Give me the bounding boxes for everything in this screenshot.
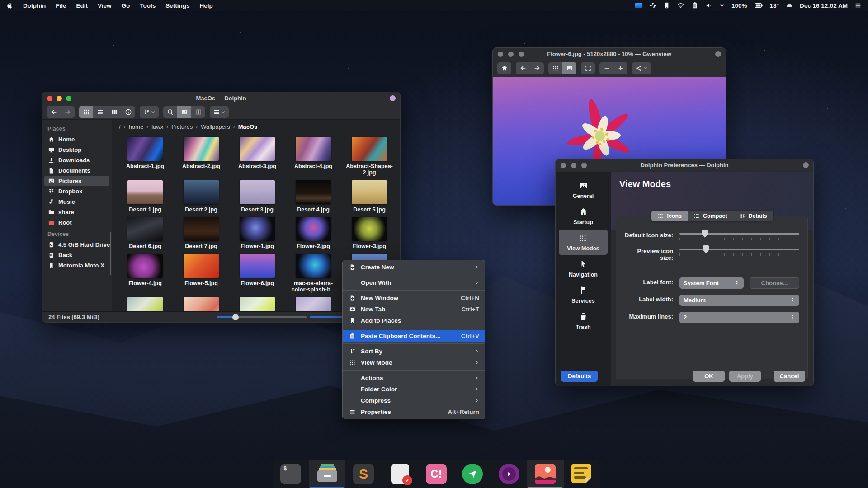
clock[interactable]: Dec 16 12:02 AM: [800, 2, 848, 9]
toolbar-button-share[interactable]: [632, 62, 651, 74]
toolbar-button-home[interactable]: [497, 62, 511, 74]
dolphin-titlebar[interactable]: MacOs — Dolphin: [42, 92, 400, 104]
dock-item-telegram[interactable]: [454, 460, 491, 488]
toolbar-button-fullscreen[interactable]: [581, 62, 595, 74]
zoom-slider-handle[interactable]: [232, 314, 239, 320]
app-menu-title[interactable]: Dolphin: [23, 2, 46, 9]
file-item[interactable]: Abstract-3.jpg: [229, 137, 285, 180]
file-item[interactable]: [285, 297, 341, 311]
file-item[interactable]: [117, 297, 173, 311]
display-tray-icon[interactable]: [635, 3, 642, 8]
toolbar-button-minus[interactable]: [599, 62, 613, 74]
place-dropbox[interactable]: Dropbox: [44, 186, 109, 197]
dock-item-sublime-text[interactable]: S: [345, 460, 382, 488]
file-item[interactable]: Abstract-4.jpg: [285, 137, 341, 180]
toolbar-button-arrow-left[interactable]: [47, 106, 61, 118]
kdeconnect-icon[interactable]: [649, 2, 656, 9]
minimize-button[interactable]: [57, 96, 62, 101]
sidebar-scrollbar[interactable]: [110, 232, 111, 275]
breadcrumb-segment[interactable]: /: [119, 123, 121, 130]
toolbar-button-picture[interactable]: [177, 106, 191, 118]
ok-button[interactable]: OK: [693, 371, 725, 382]
device-motorola-moto-x[interactable]: Motorola Moto X: [44, 260, 109, 271]
breadcrumb-segment[interactable]: luwx: [151, 123, 163, 130]
menu-item-open-with[interactable]: Open With: [343, 277, 485, 288]
hamburger-icon[interactable]: [854, 2, 862, 9]
file-item[interactable]: Flower-4.jpg: [117, 254, 173, 297]
file-item[interactable]: Flower-5.jpg: [173, 254, 229, 297]
maximum-lines-combobox[interactable]: 2: [679, 312, 799, 323]
toolbar-button-search[interactable]: [163, 106, 177, 118]
toolbar-button-arrow-right[interactable]: [61, 106, 75, 118]
dock-item-image-viewer[interactable]: [527, 460, 563, 488]
toolbar-button-info[interactable]: [121, 106, 135, 118]
preview-icon-size-slider[interactable]: [679, 246, 799, 256]
temperature[interactable]: 18°: [770, 2, 779, 9]
preferences-titlebar[interactable]: Dolphin Preferences — Dolphin: [556, 159, 813, 171]
dock-item-text-editor[interactable]: [382, 460, 418, 488]
file-item[interactable]: Abstract-2.jpg: [173, 137, 229, 180]
place-desktop[interactable]: Desktop: [44, 145, 109, 155]
tab-icons[interactable]: Icons: [651, 211, 688, 221]
file-item[interactable]: Desert 4.jpg: [285, 180, 341, 217]
maximize-button[interactable]: [581, 163, 587, 168]
file-item[interactable]: Abstract-1.jpg: [117, 137, 173, 180]
dock-item-media-player[interactable]: [491, 460, 527, 488]
menu-item-folder-color[interactable]: Folder Color: [343, 384, 485, 395]
menu-item-properties[interactable]: PropertiesAlt+Return: [343, 406, 485, 418]
toolbar-button-list[interactable]: [93, 106, 107, 118]
menu-tools[interactable]: Tools: [140, 2, 156, 9]
place-share[interactable]: share: [44, 207, 109, 217]
prefs-sidebar-trash[interactable]: Trash: [559, 308, 608, 333]
menu-help[interactable]: Help: [200, 2, 213, 9]
file-item[interactable]: Desert 2.jpg: [173, 180, 229, 217]
menu-item-new-window[interactable]: New WindowCtrl+N: [343, 292, 485, 304]
slider-handle[interactable]: [703, 245, 709, 253]
breadcrumb-segment[interactable]: Wallpapers: [201, 123, 230, 130]
place-downloads[interactable]: Downloads: [44, 155, 109, 165]
prefs-sidebar-services[interactable]: Services: [559, 282, 608, 307]
default-icon-size-slider[interactable]: [679, 230, 799, 240]
tab-compact[interactable]: Compact: [688, 211, 733, 221]
cancel-button[interactable]: Cancel: [774, 371, 805, 382]
toolbar-button-split[interactable]: [191, 106, 205, 118]
file-item[interactable]: Flower-3.jpg: [341, 217, 397, 253]
gwenview-titlebar[interactable]: Flower-6.jpg - 5120x2880 - 10% — Gwenvie…: [493, 48, 726, 60]
tab-details[interactable]: Details: [733, 211, 773, 221]
minimize-button[interactable]: [571, 163, 576, 168]
place-root[interactable]: Root: [44, 217, 109, 228]
place-home[interactable]: Home: [44, 134, 109, 145]
volume-icon[interactable]: [705, 2, 712, 9]
file-item[interactable]: Flower-2.jpg: [285, 217, 341, 253]
maximize-button[interactable]: [519, 52, 524, 57]
slider-handle[interactable]: [702, 230, 708, 238]
maximize-button[interactable]: [66, 96, 71, 101]
zoom-slider[interactable]: [217, 316, 307, 318]
prefs-sidebar-startup[interactable]: Startup: [559, 203, 608, 229]
breadcrumb-segment[interactable]: MacOs: [238, 123, 258, 130]
device-back[interactable]: Back: [44, 250, 109, 260]
prefs-sidebar-view-modes[interactable]: View Modes: [559, 230, 608, 255]
dock-item-notes[interactable]: [564, 460, 600, 488]
file-item[interactable]: Desert 7.jpg: [173, 217, 229, 253]
toolbar-button-columns[interactable]: [107, 106, 121, 118]
toolbar-button-arrow-right[interactable]: [530, 62, 544, 74]
menu-item-compress[interactable]: Compress: [343, 395, 485, 406]
phone-icon[interactable]: [663, 2, 670, 9]
wifi-icon[interactable]: [677, 2, 684, 9]
menu-item-view-mode[interactable]: View Mode: [343, 357, 485, 368]
menu-go[interactable]: Go: [122, 2, 130, 9]
file-item[interactable]: Desert 1.jpg: [117, 180, 173, 217]
menu-item-add-to-places[interactable]: Add to Places: [343, 315, 485, 326]
menu-item-new-tab[interactable]: New TabCtrl+T: [343, 304, 485, 315]
breadcrumb-segment[interactable]: home: [129, 123, 144, 130]
place-documents[interactable]: Documents: [44, 165, 109, 176]
place-pictures[interactable]: Pictures: [44, 176, 109, 186]
file-item[interactable]: Desert 3.jpg: [229, 180, 285, 217]
menu-file[interactable]: File: [56, 2, 66, 9]
toolbar-button-grid[interactable]: [548, 62, 562, 74]
dock-item-dolphin-file-manager[interactable]: [309, 460, 345, 488]
minimize-button[interactable]: [508, 52, 514, 57]
clipboard-icon[interactable]: [691, 2, 698, 9]
choose-font-button[interactable]: Choose...: [750, 277, 799, 289]
